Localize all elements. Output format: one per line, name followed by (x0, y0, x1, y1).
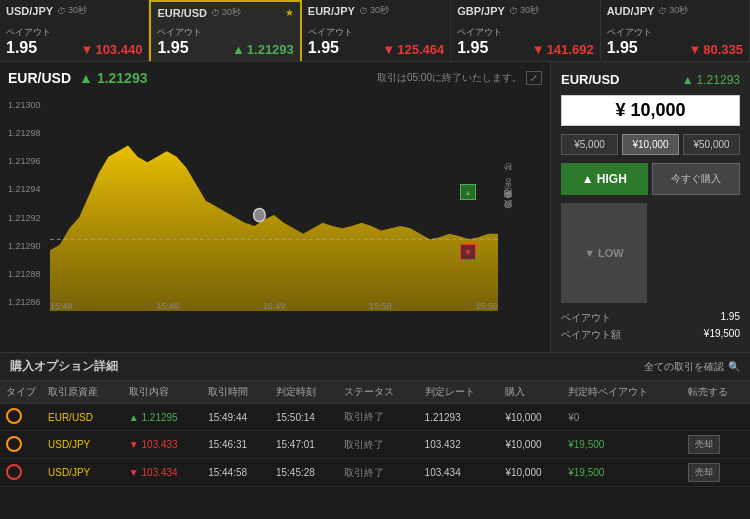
tab-time-eurjpy: ⏱30秒 (359, 4, 389, 17)
x-label: 15:48 (50, 301, 73, 311)
clock-icon: ⏱ (658, 6, 667, 16)
col-header: タイプ (0, 381, 42, 404)
chart-container: 1.213001.212981.212961.212941.212921.212… (8, 96, 518, 311)
x-label: 15:49 (263, 301, 286, 311)
svg-marker-0 (50, 146, 498, 311)
col-header: 判定時刻 (270, 381, 338, 404)
tab-payout-val-gbpjpy: 1.95 (457, 39, 502, 57)
x-label: 15:50 (369, 301, 392, 311)
rp-pair-name: EUR/USD (561, 72, 620, 87)
chart-price-arrow: ▲ (79, 70, 93, 86)
tab-pair-eurjpy: EUR/JPY (308, 5, 355, 17)
tab-eurusd[interactable]: EUR/USD ⏱30秒 ★ ペイアウト 1.95 ▲ 1.21293 (149, 0, 301, 61)
col-header: 取引内容 (123, 381, 202, 404)
tabs-bar: USD/JPY ⏱30秒 ペイアウト 1.95 ▼ 103.440 EUR/US… (0, 0, 750, 62)
tab-price-eurjpy: ▼ 125.464 (382, 42, 444, 57)
row-asset: USD/JPY (42, 431, 123, 459)
chart-notice: 取引は05:00に終了いたします。 ⤢ (377, 71, 542, 85)
row-buy: ¥10,000 (499, 404, 562, 431)
tab-price-gbpjpy: ▼ 141.692 (532, 42, 594, 57)
clock-icon: ⏱ (359, 6, 368, 16)
rp-payout-val: 1.95 (721, 311, 740, 325)
row-time: 15:44:58 (202, 459, 270, 487)
preset-btn-2[interactable]: ¥50,000 (683, 134, 740, 155)
row-settle: 15:50:14 (270, 404, 338, 431)
y-label: 1.21300 (8, 100, 50, 110)
bottom-header: 購入オプション詳細 全ての取引を確認 🔍 (0, 353, 750, 381)
tab-time-eurusd: ⏱30秒 (211, 6, 241, 19)
tab-audjpy[interactable]: AUD/JPY ⏱30秒 ペイアウト 1.95 ▼ 80.335 (601, 0, 750, 61)
side-label: 次回の判定時刻まで30秒 (500, 136, 518, 256)
low-button[interactable]: ▼ LOW (561, 203, 647, 303)
row-content-val: 1.21295 (142, 412, 178, 423)
clock-icon: ⏱ (57, 6, 66, 16)
chart-area: ▲ ▼ (50, 96, 498, 311)
col-header: 判定レート (419, 381, 500, 404)
x-axis: 15:4815:4815:4915:5015:50 (50, 299, 498, 311)
tab-usdjpy[interactable]: USD/JPY ⏱30秒 ペイアウト 1.95 ▼ 103.440 (0, 0, 149, 61)
main-area: EUR/USD ▲ 1.21293 取引は05:00に終了いたします。 ⤢ 1.… (0, 62, 750, 352)
clock-icon: ⏱ (211, 8, 220, 18)
tab-arrow-eurusd: ▲ (232, 42, 245, 57)
preset-btn-0[interactable]: ¥5,000 (561, 134, 618, 155)
tab-payout-val-eurusd: 1.95 (157, 39, 202, 57)
rp-payout-amount-row: ペイアウト額 ¥19,500 (561, 328, 740, 342)
expand-icon[interactable]: ⤢ (526, 71, 542, 85)
tab-price-audjpy: ▼ 80.335 (688, 42, 743, 57)
col-header: 取引原資産 (42, 381, 123, 404)
col-header: ステータス (338, 381, 419, 404)
table-row: EUR/USD ▲ 1.21295 15:49:44 15:50:14 取引終了… (0, 404, 750, 431)
clock-icon: ⏱ (509, 6, 518, 16)
bottom-section: 購入オプション詳細 全ての取引を確認 🔍 タイプ取引原資産取引内容取引時間判定時… (0, 352, 750, 487)
tab-payout-val-eurjpy: 1.95 (308, 39, 353, 57)
tab-eurjpy[interactable]: EUR/JPY ⏱30秒 ペイアウト 1.95 ▼ 125.464 (302, 0, 451, 61)
high-button[interactable]: ▲ HIGH (561, 163, 648, 195)
y-label: 1.21288 (8, 269, 50, 279)
y-axis: 1.213001.212981.212961.212941.212921.212… (8, 96, 50, 311)
sell-button[interactable]: 売却 (688, 435, 720, 454)
tab-pair-usdjpy: USD/JPY (6, 5, 53, 17)
table-header-row: タイプ取引原資産取引内容取引時間判定時刻ステータス判定レート購入判定時ペイアウト… (0, 381, 750, 404)
buy-button[interactable]: 今すぐ購入 (652, 163, 741, 195)
chart-up-arrow[interactable]: ▲ (460, 184, 476, 200)
x-label: 15:48 (156, 301, 179, 311)
view-all-text: 全ての取引を確認 (644, 360, 724, 374)
row-asset: USD/JPY (42, 459, 123, 487)
y-label: 1.21290 (8, 241, 50, 251)
preset-btn-1[interactable]: ¥10,000 (622, 134, 679, 155)
row-content: ▼ 103.434 (123, 459, 202, 487)
row-content: ▼ 103.433 (123, 431, 202, 459)
side-label-text: 次回の判定時刻まで30秒 (504, 178, 514, 214)
row-sell (682, 404, 750, 431)
table-row: USD/JPY ▼ 103.434 15:44:58 15:45:28 取引終了… (0, 459, 750, 487)
tab-payout-label-audjpy: ペイアウト (607, 26, 652, 39)
rp-payout-label: ペイアウト (561, 311, 611, 325)
tab-arrow-eurjpy: ▼ (382, 42, 395, 57)
tab-arrow-gbpjpy: ▼ (532, 42, 545, 57)
y-label: 1.21296 (8, 156, 50, 166)
row-rate: 1.21293 (419, 404, 500, 431)
chart-title: EUR/USD ▲ 1.21293 (8, 70, 147, 86)
tab-pair-audjpy: AUD/JPY (607, 5, 655, 17)
tab-gbpjpy[interactable]: GBP/JPY ⏱30秒 ペイアウト 1.95 ▼ 141.692 (451, 0, 600, 61)
row-content-val: 103.433 (142, 439, 178, 450)
chart-price: ▲ 1.21293 (79, 70, 147, 86)
tab-pair-eurusd: EUR/USD (157, 7, 207, 19)
row-settle: 15:45:28 (270, 459, 338, 487)
row-content: ▲ 1.21295 (123, 404, 202, 431)
tab-time-audjpy: ⏱30秒 (658, 4, 688, 17)
table-body: EUR/USD ▲ 1.21295 15:49:44 15:50:14 取引終了… (0, 404, 750, 487)
gauge-icon (6, 436, 22, 452)
gauge-icon (6, 408, 22, 424)
row-asset: EUR/USD (42, 404, 123, 431)
row-payout: ¥19,500 (562, 431, 682, 459)
view-all-button[interactable]: 全ての取引を確認 🔍 (644, 360, 740, 374)
sell-button[interactable]: 売却 (688, 463, 720, 482)
amount-input[interactable] (561, 95, 740, 126)
chart-down-arrow[interactable]: ▼ (460, 244, 476, 260)
row-content-val: 103.434 (142, 467, 178, 478)
tab-payout-val-usdjpy: 1.95 (6, 39, 51, 57)
y-label: 1.21292 (8, 213, 50, 223)
row-settle: 15:47:01 (270, 431, 338, 459)
y-label: 1.21298 (8, 128, 50, 138)
